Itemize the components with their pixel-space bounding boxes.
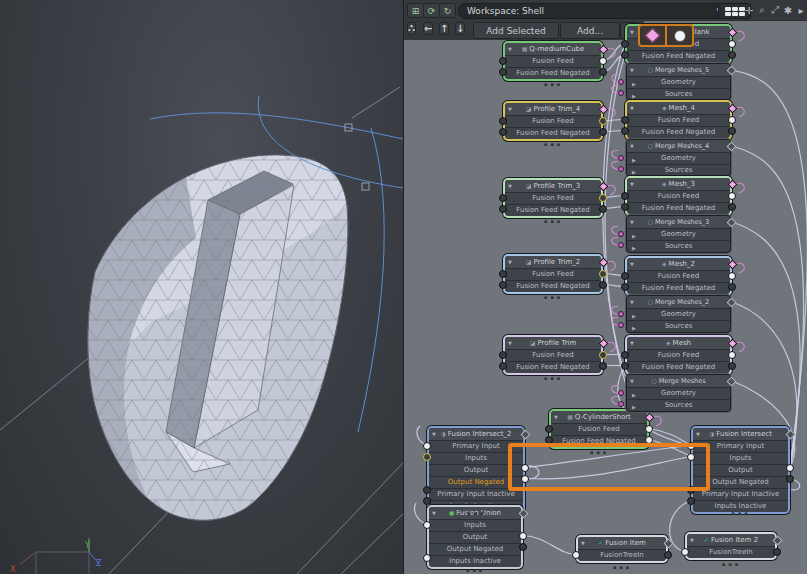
node-profile-trim-3[interactable]: ▼◪Profile Trim_3Fusion FeedFusion Feed N… <box>503 178 603 218</box>
input-port[interactable] <box>499 270 507 278</box>
merge-input-port[interactable] <box>618 166 624 172</box>
input-port[interactable] <box>621 351 629 359</box>
node-header[interactable]: ▼◈Mesh_2 <box>627 258 730 270</box>
node-header[interactable]: ▼◈Mesh_3 <box>627 178 730 190</box>
node-fusion-item-2[interactable]: ▼✓Fusion Item 2FusionTreeIn <box>685 532 777 560</box>
output-port[interactable] <box>728 192 736 200</box>
output-port[interactable] <box>599 270 607 278</box>
node-header[interactable]: ▼◪Profile Trim_3 <box>505 180 601 192</box>
collapse-icon[interactable]: ▼ <box>432 431 436 437</box>
output-port[interactable] <box>786 475 794 483</box>
output-port[interactable] <box>773 548 781 556</box>
output-port[interactable] <box>728 116 736 124</box>
node-profile-trim-4[interactable]: ▼◪Profile Trim_4Fusion FeedFusion Feed N… <box>503 101 603 141</box>
node-lod-dots[interactable]: ▪▪▪ <box>544 141 563 147</box>
input-port[interactable] <box>499 362 507 370</box>
collapse-icon[interactable]: ▼ <box>630 105 634 111</box>
collapse-icon[interactable]: ▼ <box>432 510 436 516</box>
collapse-icon[interactable]: ▼ <box>508 259 512 265</box>
output-port[interactable] <box>728 362 736 370</box>
merge-input-port[interactable] <box>618 390 624 396</box>
node-lod-dots[interactable]: ▪▪▪ <box>613 564 632 570</box>
node-header[interactable]: ▼◑Fusion Intersect <box>693 428 788 440</box>
node-mesh-2-merge[interactable]: ▼○Merge Meshes_2Geometry▶Sources▶ <box>626 295 731 333</box>
node-header[interactable]: ▼▦Q-mediumCube <box>505 43 601 55</box>
output-port[interactable] <box>519 543 527 551</box>
input-port[interactable] <box>681 548 689 556</box>
node-mesh-3-merge[interactable]: ▼○Merge Meshes_3Geometry▶Sources▶ <box>626 215 731 253</box>
merge-input-port[interactable] <box>618 401 624 407</box>
input-port[interactable] <box>621 127 629 135</box>
input-port[interactable] <box>499 281 507 289</box>
input-port[interactable] <box>621 51 629 59</box>
play-icon[interactable]: ▶ <box>632 311 636 320</box>
collapse-icon[interactable]: ▼ <box>581 540 585 546</box>
node-lod-dots[interactable]: ▪▪▪ <box>544 81 563 87</box>
merge-header[interactable]: ▼○Merge Meshes_4 <box>627 140 730 152</box>
node-mesh-3[interactable]: ▼◈Mesh_3Fusion FeedFusion Feed Negated <box>625 176 732 216</box>
output-port[interactable] <box>599 194 607 202</box>
node-header[interactable]: ▼◈Mesh_4 <box>627 102 730 114</box>
channel-diamond-button[interactable] <box>640 26 665 45</box>
play-icon[interactable]: ▶ <box>632 243 636 252</box>
merge-input-port[interactable] <box>618 155 624 161</box>
input-port[interactable] <box>499 351 507 359</box>
input-port[interactable] <box>621 203 629 211</box>
input-port[interactable] <box>499 194 507 202</box>
node-mesh-2[interactable]: ▼◈Mesh_2Fusion FeedFusion Feed Negated <box>625 256 732 296</box>
output-port[interactable] <box>599 205 607 213</box>
collapse-icon[interactable]: ▼ <box>508 46 512 52</box>
output-port[interactable] <box>599 128 607 136</box>
input-port[interactable] <box>621 116 629 124</box>
input-port[interactable] <box>499 117 507 125</box>
output-port[interactable] <box>728 127 736 135</box>
collapse-icon[interactable]: ▼ <box>690 537 694 543</box>
node-profile-trim[interactable]: ▼◪Profile TrimFusion FeedFusion Feed Neg… <box>503 335 603 375</box>
play-icon[interactable]: ▶ <box>632 323 636 332</box>
input-port[interactable] <box>572 551 580 559</box>
play-icon[interactable]: ▶ <box>632 167 636 176</box>
node-header[interactable]: ▼◑Fusion Intersect_2 <box>429 428 523 440</box>
output-port[interactable] <box>728 283 736 291</box>
collapse-icon[interactable]: ▼ <box>554 414 558 420</box>
input-port[interactable] <box>545 425 553 433</box>
node-blank-merge[interactable]: ▼○Merge Meshes_5Geometry▶Sources▶ <box>626 63 731 101</box>
collapse-icon[interactable]: ▼ <box>630 340 634 346</box>
merge-header[interactable]: ▼○Merge Meshes_3 <box>627 216 730 228</box>
merge-input-port[interactable] <box>618 242 624 248</box>
input-port[interactable] <box>621 362 629 370</box>
output-port[interactable] <box>599 351 607 359</box>
input-port[interactable] <box>423 521 431 529</box>
node-mesh-4-merge[interactable]: ▼○Merge Meshes_4Geometry▶Sources▶ <box>626 139 731 177</box>
input-port[interactable] <box>621 192 629 200</box>
node-lod-dots[interactable]: ▪▪▪ <box>722 561 741 567</box>
node-lod-dots[interactable]: ▪▪▪ <box>544 294 563 300</box>
merge-input-port[interactable] <box>618 79 624 85</box>
collapse-icon[interactable]: ▼ <box>508 106 512 112</box>
merge-input-port[interactable] <box>618 311 624 317</box>
output-port[interactable] <box>599 57 607 65</box>
collapse-icon[interactable]: ▼ <box>696 431 700 437</box>
input-port[interactable] <box>499 68 507 76</box>
play-icon[interactable]: ▶ <box>632 402 636 411</box>
output-port[interactable] <box>599 117 607 125</box>
node-header[interactable]: ▼◈Mesh <box>627 337 730 349</box>
output-port[interactable] <box>728 272 736 280</box>
output-port[interactable] <box>599 68 607 76</box>
input-port[interactable] <box>423 453 431 461</box>
merge-input-port[interactable] <box>618 231 624 237</box>
node-fusion-item[interactable]: ▼✓Fusion ItemFusionTreeIn <box>576 535 668 563</box>
node-q-mediumcube[interactable]: ▼▦Q-mediumCubeFusion FeedFusion Feed Neg… <box>503 41 603 81</box>
input-port[interactable] <box>423 486 431 494</box>
merge-header[interactable]: ▼○Merge Meshes <box>627 375 730 387</box>
output-port[interactable] <box>664 551 672 559</box>
output-port[interactable] <box>728 40 736 48</box>
merge-header[interactable]: ▼○Merge Meshes_2 <box>627 296 730 308</box>
node-mesh[interactable]: ▼◈MeshFusion FeedFusion Feed Negated <box>625 335 732 375</box>
play-icon[interactable]: ▶ <box>632 390 636 399</box>
input-port[interactable] <box>621 272 629 280</box>
input-port[interactable] <box>499 128 507 136</box>
play-icon[interactable]: ▶ <box>632 231 636 240</box>
input-port[interactable] <box>687 497 695 505</box>
collapse-icon[interactable]: ▼ <box>630 219 634 225</box>
